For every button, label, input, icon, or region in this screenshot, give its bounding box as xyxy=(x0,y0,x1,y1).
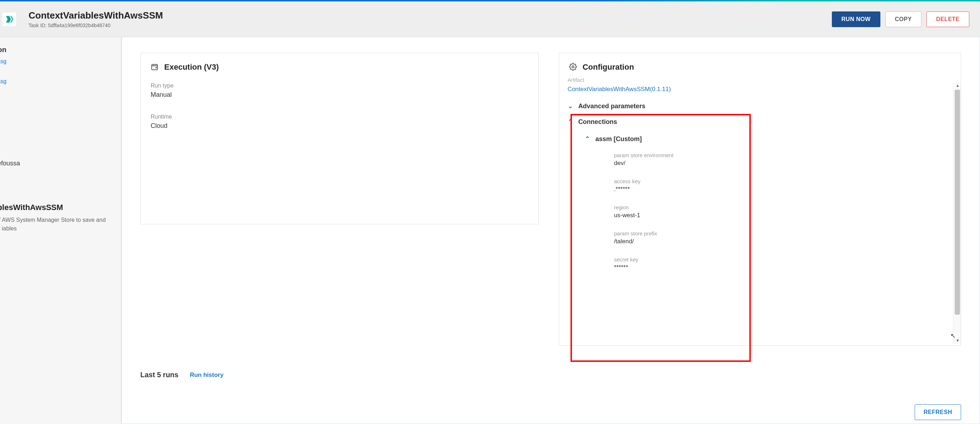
svg-point-1 xyxy=(572,66,574,68)
param-label: access key xyxy=(614,178,952,184)
param-value: dev/ xyxy=(614,160,952,167)
run-history-link[interactable]: Run history xyxy=(190,371,223,379)
main-content: Execution (V3) Run type Manual Runtime C… xyxy=(121,37,980,424)
run-now-button[interactable]: RUN NOW xyxy=(832,11,880,27)
param-value: ****** xyxy=(614,264,952,271)
run-type-value: Manual xyxy=(151,91,528,99)
refresh-button[interactable]: REFRESH xyxy=(915,404,961,420)
connections-label: Connections xyxy=(578,118,617,126)
scroll-up-arrow-icon[interactable]: ▲ xyxy=(956,83,960,88)
chevron-down-icon: ⌄ xyxy=(568,102,573,110)
artifact-label: Artifact xyxy=(568,77,952,83)
delete-button[interactable]: DELETE xyxy=(926,11,969,27)
sidebar-link[interactable]: .asg xyxy=(0,58,114,65)
run-type-label: Run type xyxy=(151,83,528,89)
param-value: .****** xyxy=(614,186,952,193)
configuration-panel: Configuration Artifact ContextVariablesW… xyxy=(559,53,961,346)
param-value: /talend/ xyxy=(614,238,952,245)
calendar-icon xyxy=(151,63,159,72)
sidebar-link[interactable]: .asg xyxy=(0,78,114,84)
gear-icon xyxy=(569,63,577,72)
task-id: Task ID: 5dffa4a199e6f032b4b48740 xyxy=(29,22,832,28)
last-runs-title: Last 5 runs xyxy=(140,371,178,379)
user-name: ukefoussa xyxy=(0,160,114,167)
scrollbar-track[interactable]: ▲ ▼ xyxy=(953,83,961,343)
artifact-description: usage of AWS System Manager Store to sav… xyxy=(0,216,114,233)
param-label: param store environment xyxy=(614,152,952,158)
page-header: ContextVariablesWithAwsSSM Task ID: 5dff… xyxy=(0,2,980,37)
chevron-up-icon: ⌃ xyxy=(585,135,590,143)
runtime-label: Runtime xyxy=(151,113,528,120)
param-label: region xyxy=(614,204,952,210)
sidebar: ion .asg .asg ukefoussa VariablesWithAws… xyxy=(0,37,121,424)
copy-button[interactable]: COPY xyxy=(885,11,921,27)
connections-row[interactable]: ⌃ Connections xyxy=(568,116,952,128)
advanced-params-label: Advanced parameters xyxy=(578,102,646,110)
runtime-value: Cloud xyxy=(151,122,528,130)
artifact-link[interactable]: ContextVariablesWithAwsSSM(0.1.11) xyxy=(568,86,952,93)
sidebar-heading: ion xyxy=(0,46,114,54)
connection-name: assm [Custom] xyxy=(595,135,642,143)
advanced-params-row[interactable]: ⌄ Advanced parameters xyxy=(568,100,952,112)
param-label: secret key xyxy=(614,257,952,263)
page-title: ContextVariablesWithAwsSSM xyxy=(29,10,832,21)
scroll-down-arrow-icon[interactable]: ▼ xyxy=(956,338,960,343)
execution-title: Execution (V3) xyxy=(164,62,219,72)
mouse-cursor-icon: ↖ xyxy=(950,332,956,340)
param-label: param store prefix xyxy=(614,230,952,236)
connection-item-row[interactable]: ⌃ assm [Custom] xyxy=(585,133,952,145)
param-value: us-west-1 xyxy=(614,212,952,219)
app-logo xyxy=(2,12,16,26)
execution-panel: Execution (V3) Run type Manual Runtime C… xyxy=(140,53,539,224)
scrollbar-thumb[interactable] xyxy=(955,90,960,315)
artifact-name: VariablesWithAwsSSM xyxy=(0,203,114,212)
configuration-title: Configuration xyxy=(583,62,634,72)
chevron-up-icon: ⌃ xyxy=(568,118,573,126)
